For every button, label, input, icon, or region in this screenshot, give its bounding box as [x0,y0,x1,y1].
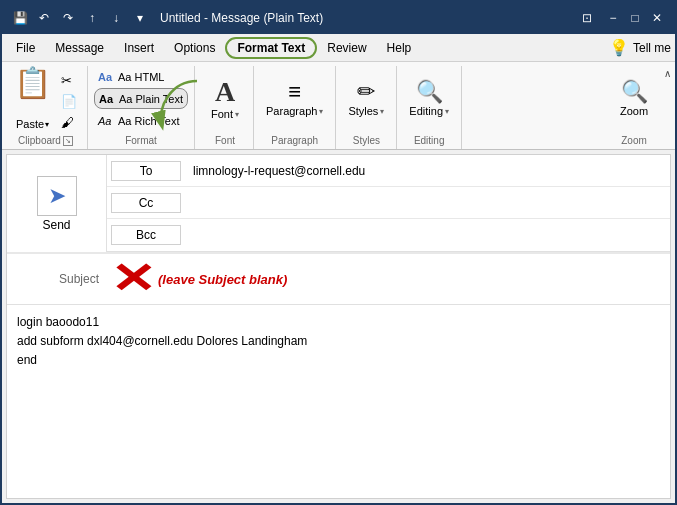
menu-review[interactable]: Review [317,37,376,59]
menu-message[interactable]: Message [45,37,114,59]
maximize-button[interactable]: □ [625,8,645,28]
zoom-buttons: 🔍 Zoom [612,66,656,132]
titlebar: 💾 ↶ ↷ ↑ ↓ ▾ Untitled - Message (Plain Te… [2,2,675,34]
subject-value[interactable]: ✕ (leave Subject blank) [107,254,670,304]
cc-button[interactable]: Cc [111,193,181,213]
copy-icon: 📄 [61,94,77,109]
to-field-row: To limnology-l-request@cornell.edu [107,155,670,187]
font-buttons: A Font ▾ [203,66,247,132]
menu-options[interactable]: Options [164,37,225,59]
bcc-value[interactable] [185,231,670,239]
menu-file[interactable]: File [6,37,45,59]
x-mark: ✕ [110,258,156,300]
format-group-label: Format [94,132,188,149]
leave-blank-note: (leave Subject blank) [158,272,287,287]
ribbon-group-styles: ✏ Styles ▾ Styles [338,66,397,149]
format-plain-text-button[interactable]: Aa Aa Plain Text [94,88,188,109]
to-button[interactable]: To [111,161,181,181]
close-button[interactable]: ✕ [647,8,667,28]
ribbon-group-format: Aa Aa HTML Aa Aa Plain Text Aa Aa Rich T… [90,66,195,149]
paragraph-group-label: Paragraph [260,132,329,149]
styles-buttons: ✏ Styles ▾ [342,66,390,132]
paragraph-buttons: ≡ Paragraph ▾ [260,66,329,132]
format-painter-icon: 🖌 [61,115,74,130]
cut-icon: ✂ [61,73,72,88]
window-controls: − □ ✕ [603,8,667,28]
to-value: limnology-l-request@cornell.edu [185,160,670,182]
dropdown-button[interactable]: ▾ [130,8,150,28]
up-button[interactable]: ↑ [82,8,102,28]
ribbon-content: 📋 Paste ▾ ✂ 📄 � [2,62,675,149]
format-rich-text-button[interactable]: Aa Aa Rich Text [94,110,188,131]
paragraph-dropdown-icon[interactable]: ▾ [319,107,323,116]
styles-group-label: Styles [342,132,390,149]
clipboard-expander[interactable]: ↘ [63,136,73,146]
ribbon-collapse-button[interactable]: ∧ [664,68,671,79]
styles-dropdown-icon[interactable]: ▾ [380,107,384,116]
zoom-button[interactable]: 🔍 Zoom [612,66,656,132]
ribbon-spacer [464,66,606,149]
minimize-button[interactable]: − [603,8,623,28]
redo-button[interactable]: ↷ [58,8,78,28]
ribbon-group-font: A Font ▾ Font [199,66,254,149]
save-button[interactable]: 💾 [10,8,30,28]
down-button[interactable]: ↓ [106,8,126,28]
expand-button[interactable]: ⊡ [577,8,597,28]
zoom-group-label: Zoom [612,132,656,149]
styles-button[interactable]: ✏ Styles ▾ [342,66,390,132]
ribbon-group-paragraph: ≡ Paragraph ▾ Paragraph [256,66,336,149]
main-window: 💾 ↶ ↷ ↑ ↓ ▾ Untitled - Message (Plain Te… [0,0,677,505]
body-line-1: login baoodo11 [17,313,660,332]
editing-icon: 🔍 [416,81,443,103]
font-dropdown-icon[interactable]: ▾ [235,110,239,119]
paste-icon: 📋 [14,68,51,98]
editing-group-label: Editing [403,132,455,149]
bcc-field-row: Bcc [107,219,670,251]
send-label: Send [42,218,70,232]
editing-dropdown-icon[interactable]: ▾ [445,107,449,116]
menu-insert[interactable]: Insert [114,37,164,59]
paste-label: Paste ▾ [16,118,49,130]
format-options: Aa Aa HTML Aa Aa Plain Text Aa Aa Rich T… [94,66,188,131]
window-title: Untitled - Message (Plain Text) [156,11,571,25]
tell-me-label[interactable]: Tell me [633,41,671,55]
undo-button[interactable]: ↶ [34,8,54,28]
subject-row: Subject ✕ (leave Subject blank) [7,253,670,304]
menu-help[interactable]: Help [377,37,422,59]
zoom-icon: 🔍 [621,81,648,103]
send-button[interactable]: ➤ Send [29,168,85,240]
email-compose-area: ➤ Send To limnology-l-request@cornell.ed… [6,154,671,499]
subject-label: Subject [7,268,107,290]
email-fields: To limnology-l-request@cornell.edu Cc Bc… [107,155,670,252]
paragraph-button[interactable]: ≡ Paragraph ▾ [260,66,329,132]
paragraph-icon: ≡ [288,81,301,103]
menu-format-text[interactable]: Format Text [225,37,317,59]
email-header: ➤ Send To limnology-l-request@cornell.ed… [7,155,670,305]
format-painter-button[interactable]: 🖌 [57,112,81,132]
copy-button[interactable]: 📄 [57,91,81,111]
clipboard-small-buttons: ✂ 📄 🖌 [57,66,81,132]
cc-value[interactable] [185,199,670,207]
email-body[interactable]: login baoodo11 add subform dxl404@cornel… [7,305,670,498]
ribbon-collapse-area: ∧ [664,66,671,149]
quick-access-toolbar: 💾 ↶ ↷ ↑ ↓ ▾ [10,8,150,28]
paste-button[interactable]: 📋 Paste ▾ [10,66,55,132]
ribbon-group-clipboard: 📋 Paste ▾ ✂ 📄 � [6,66,88,149]
format-rich-icon: Aa [98,113,118,129]
paste-dropdown-icon[interactable]: ▾ [45,120,49,129]
body-line-3: end [17,351,660,370]
send-icon: ➤ [37,176,77,216]
cut-button[interactable]: ✂ [57,70,81,90]
bcc-button[interactable]: Bcc [111,225,181,245]
ribbon-group-editing: 🔍 Editing ▾ Editing [399,66,462,149]
send-area: ➤ Send [7,155,107,252]
font-group-label: Font [203,132,247,149]
styles-icon: ✏ [357,81,375,103]
format-html-button[interactable]: Aa Aa HTML [94,66,188,87]
to-send-row: ➤ Send To limnology-l-request@cornell.ed… [7,155,670,253]
editing-buttons: 🔍 Editing ▾ [403,66,455,132]
font-button[interactable]: A Font ▾ [203,66,247,132]
font-icon: A [215,78,235,106]
editing-button[interactable]: 🔍 Editing ▾ [403,66,455,132]
ribbon-group-zoom: 🔍 Zoom Zoom [608,66,662,149]
